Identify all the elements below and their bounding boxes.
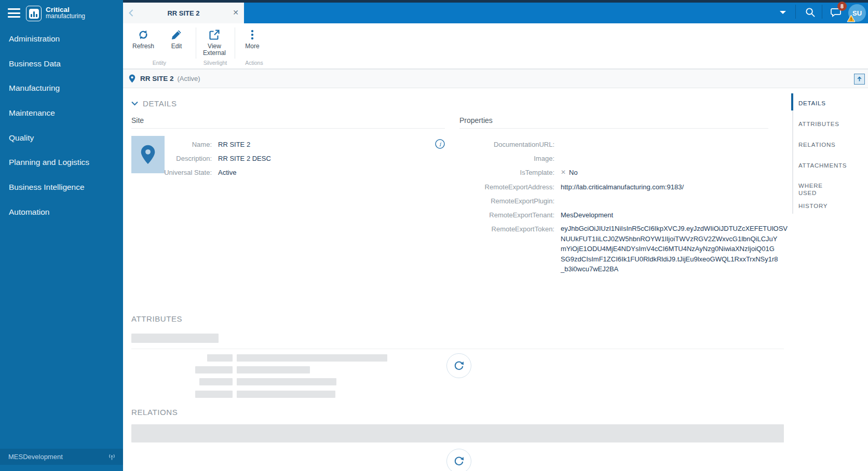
environment-status-bar: MESDevelopment xyxy=(0,449,123,465)
property-value: MesDevelopment xyxy=(561,211,613,219)
section-nav-active-indicator xyxy=(791,93,793,110)
sidebar-menu-item-label: Automation xyxy=(9,207,49,217)
section-nav-item[interactable]: DETAILS xyxy=(798,100,826,107)
chevron-down-icon xyxy=(131,101,138,106)
details-section-header[interactable]: DETAILS xyxy=(131,99,177,108)
property-label: RemoteExportAddress: xyxy=(459,183,554,191)
sidebar-menu-item-label: Planning and Logistics xyxy=(9,158,89,167)
section-nav-item[interactable]: HISTORY xyxy=(798,202,828,210)
relations-loading-refresh-button[interactable] xyxy=(446,449,471,471)
site-field-row: Universal State: Active xyxy=(131,167,443,177)
more-label: More xyxy=(245,43,259,50)
refresh-icon xyxy=(137,29,150,41)
sidebar-menu-item-label: Quality xyxy=(9,133,34,143)
close-icon[interactable]: ✕ xyxy=(233,8,239,17)
brand-logo-icon xyxy=(26,6,42,21)
environment-name: MESDevelopment xyxy=(8,453,63,461)
property-value: http://lab.criticalmanufacturing.com:918… xyxy=(561,183,684,191)
collapse-panel-button[interactable] xyxy=(854,74,865,85)
attributes-loading-refresh-button[interactable] xyxy=(446,353,471,378)
tab-rr-site-2[interactable]: RR SITE 2 ✕ xyxy=(123,3,244,23)
app-window: Critical manufacturing Administration Bu… xyxy=(0,0,868,471)
search-icon[interactable] xyxy=(805,7,816,18)
entity-state: (Active) xyxy=(178,75,200,82)
section-nav-item[interactable]: ATTACHMENTS xyxy=(798,162,847,169)
sidebar-menu-item[interactable]: Business Intelligence xyxy=(0,175,123,200)
warning-icon[interactable]: ! xyxy=(847,15,856,22)
edit-icon xyxy=(170,29,183,41)
view-external-label: View External xyxy=(203,43,226,57)
sidebar-menu: Administration Business Data Manufacturi… xyxy=(0,26,123,225)
arrow-up-icon xyxy=(857,76,862,82)
section-nav-item-label: DETAILS xyxy=(798,100,826,106)
property-label: DocumentationURL: xyxy=(459,141,554,148)
property-row: RemoteExportAddress: http://lab.critical… xyxy=(459,182,768,192)
token-line: NUUkFUT1IiLCJ0ZW5hbnROYW1lIjoiTWVzRGV2ZW… xyxy=(561,234,769,244)
refresh-icon xyxy=(453,455,465,467)
entity-name: RR SITE 2 xyxy=(140,75,174,82)
sidebar-menu-item[interactable]: Maintenance xyxy=(0,101,123,126)
token-line: eyJhbGciOiJIUzI1NiIsInR5cCI6IkpXVCJ9.eyJ… xyxy=(561,224,769,234)
template-cross-icon: ✕ xyxy=(561,169,566,176)
field-label: Description: xyxy=(131,155,212,162)
sidebar: Critical manufacturing Administration Bu… xyxy=(0,0,123,471)
group-caption-actions: Actions xyxy=(235,60,274,66)
svg-text:!: ! xyxy=(850,17,852,22)
property-label: RemoteExportToken: xyxy=(459,225,554,233)
edit-button[interactable]: Edit xyxy=(160,27,193,50)
connection-signal-icon xyxy=(108,453,116,461)
sidebar-menu-item[interactable]: Administration xyxy=(0,26,123,51)
action-toolbar: Refresh Edit View External xyxy=(123,23,868,69)
more-button[interactable]: More xyxy=(237,27,268,50)
location-pin-icon xyxy=(129,74,135,83)
token-line: _b3i0wcu7wEJ2BA xyxy=(561,264,769,274)
sidebar-menu-item-label: Maintenance xyxy=(9,108,55,118)
sidebar-menu-item[interactable]: Planning and Logistics xyxy=(0,150,123,175)
section-nav-item[interactable]: ATTRIBUTES xyxy=(798,120,839,128)
property-value: ✕ No xyxy=(561,169,578,176)
property-row: IsTemplate: ✕ No xyxy=(459,167,768,177)
attributes-section-title: ATTRIBUTES xyxy=(131,314,182,323)
refresh-icon xyxy=(453,359,465,372)
section-nav-item-label: ATTACHMENTS xyxy=(798,162,847,169)
site-panel-divider xyxy=(131,128,445,129)
field-label: Universal State: xyxy=(131,169,212,176)
skeleton-bar xyxy=(131,424,784,442)
view-external-button[interactable]: View External xyxy=(198,27,231,57)
toolbar-separator xyxy=(196,27,196,59)
sidebar-menu-item-label: Business Data xyxy=(9,59,61,68)
skeleton-bar xyxy=(131,334,219,343)
brand-line2: manufacturing xyxy=(46,13,85,20)
tab-title: RR SITE 2 xyxy=(123,9,244,17)
relations-section-title: RELATIONS xyxy=(131,408,178,417)
sidebar-menu-item[interactable]: Quality xyxy=(0,126,123,150)
caret-down-icon[interactable] xyxy=(780,11,786,14)
section-nav-item-label: RELATIONS xyxy=(798,142,836,148)
details-section-title: DETAILS xyxy=(143,99,177,108)
hamburger-menu-icon[interactable] xyxy=(8,8,20,18)
section-nav-item[interactable]: RELATIONS xyxy=(798,141,836,148)
more-icon xyxy=(246,29,259,41)
sidebar-menu-item-label: Manufacturing xyxy=(9,84,60,93)
sidebar-menu-item[interactable]: Manufacturing xyxy=(0,76,123,101)
topbar-divider xyxy=(795,5,796,19)
property-row: Image: xyxy=(459,153,768,163)
section-nav-item[interactable]: WHERE USED xyxy=(798,182,823,189)
refresh-button[interactable]: Refresh xyxy=(127,27,160,50)
section-nav-item-label: WHERE USED xyxy=(798,183,823,196)
property-row: DocumentationURL: xyxy=(459,139,768,149)
toolbar-separator xyxy=(235,27,235,59)
section-nav-border xyxy=(792,94,793,214)
info-icon[interactable]: i xyxy=(435,139,445,149)
site-panel-title: Site xyxy=(131,116,144,124)
remote-export-token-value: eyJhbGciOiJIUzI1NiIsInR5cCI6IkpXVCJ9.eyJ… xyxy=(561,224,769,274)
property-label: RemoteExportTenant: xyxy=(459,211,554,219)
refresh-label: Refresh xyxy=(132,43,154,50)
top-bar: RR SITE 2 ✕ 8 SU ! xyxy=(123,0,868,23)
sidebar-menu-item[interactable]: Business Data xyxy=(0,51,123,76)
site-field-row: Description: RR SITE 2 DESC xyxy=(131,153,443,163)
topbar-divider xyxy=(822,5,822,19)
site-field-row: Name: RR SITE 2 xyxy=(131,139,443,149)
sidebar-menu-item[interactable]: Automation xyxy=(0,200,123,225)
token-line: mYiOjE1ODU4MjE4NDYsImV4cCI6MTU4NzAyNzg0N… xyxy=(561,244,769,254)
